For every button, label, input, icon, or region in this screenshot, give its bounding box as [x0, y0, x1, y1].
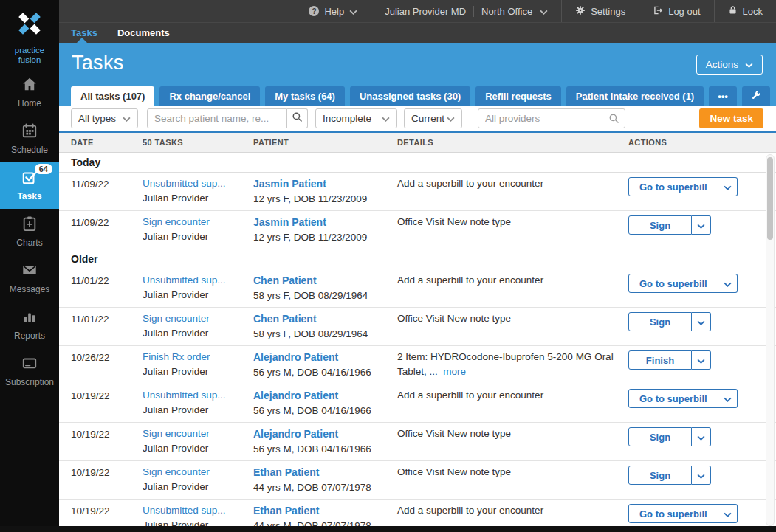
- vertical-scrollbar[interactable]: [766, 154, 775, 526]
- patient-link[interactable]: Ethan Patient: [253, 465, 319, 480]
- sidebar-item-messages[interactable]: Messages: [0, 255, 59, 302]
- patient-link[interactable]: Alejandro Patient: [253, 350, 338, 365]
- action-button-group: Sign: [628, 312, 711, 331]
- more-tabs-button[interactable]: •••: [709, 86, 737, 106]
- brand-text: practice fusion: [0, 46, 59, 65]
- sidebar-item-charts[interactable]: Charts: [0, 209, 59, 255]
- new-task-button[interactable]: New task: [699, 108, 763, 128]
- brand-logo[interactable]: practice fusion: [0, 0, 59, 69]
- action-dropdown-button[interactable]: [692, 312, 711, 331]
- logout-button[interactable]: Log out: [639, 0, 713, 22]
- filter-tab-3[interactable]: Unassigned tasks (30): [350, 86, 470, 106]
- action-button[interactable]: Go to superbill: [628, 177, 718, 196]
- task-date: 11/01/22: [71, 273, 143, 303]
- sidebar-item-subscription[interactable]: Subscription: [0, 348, 59, 395]
- filter-settings-tab[interactable]: [742, 86, 770, 106]
- status-filter-dropdown[interactable]: Incomplete: [315, 108, 397, 128]
- main-area: ? Help Julian Provider MD North Office S…: [59, 0, 776, 532]
- filter-tab-4[interactable]: Refill requests: [475, 86, 561, 106]
- actions-button[interactable]: Actions: [696, 55, 763, 75]
- filter-tab-0[interactable]: All tasks (107): [71, 86, 154, 106]
- window-bottom-edge: [0, 526, 776, 532]
- sidebar-item-label: Home: [0, 98, 59, 108]
- page-header: Tasks Actions All tasks (107)Rx change/c…: [59, 43, 776, 106]
- action-dropdown-button[interactable]: [692, 350, 711, 370]
- type-filter-dropdown[interactable]: All types: [71, 108, 138, 128]
- patient-link[interactable]: Jasmin Patient: [253, 215, 326, 229]
- task-cell: Sign encounterJulian Provider: [143, 215, 253, 245]
- task-cell: Sign encounterJulian Provider: [143, 465, 253, 495]
- details-cell: Office Visit New note type: [397, 215, 628, 245]
- task-link[interactable]: Unsubmitted sup...: [143, 273, 226, 288]
- column-header-0: DATE: [71, 138, 143, 147]
- patient-demographics: 12 yrs F, DOB 11/23/2009: [253, 230, 397, 245]
- more-link[interactable]: more: [443, 366, 466, 377]
- details-text: Office Visit New note type: [397, 216, 511, 227]
- patient-link[interactable]: Alejandro Patient: [253, 426, 338, 441]
- task-link[interactable]: Finish Rx order: [143, 350, 210, 365]
- chevron-down-icon: [697, 470, 705, 481]
- filter-tab-5[interactable]: Patient intake received (1): [566, 86, 704, 106]
- action-button[interactable]: Go to superbill: [628, 389, 718, 408]
- details-text: Add a superbill to your encounter: [397, 178, 543, 189]
- action-dropdown-button[interactable]: [718, 504, 738, 523]
- actions-cell: Sign: [628, 215, 754, 245]
- task-link[interactable]: Unsubmitted sup...: [143, 503, 226, 518]
- patient-link[interactable]: Alejandro Patient: [253, 388, 338, 403]
- help-menu[interactable]: ? Help: [295, 0, 371, 22]
- action-button-group: Go to superbill: [628, 389, 738, 408]
- action-dropdown-button[interactable]: [692, 427, 711, 446]
- period-filter-dropdown[interactable]: Current: [404, 108, 462, 128]
- lock-icon: [728, 5, 738, 17]
- action-dropdown-button[interactable]: [718, 389, 738, 408]
- table-row: 11/01/22Unsubmitted sup...Julian Provide…: [59, 269, 776, 308]
- task-link[interactable]: Sign encounter: [143, 426, 210, 441]
- action-button[interactable]: Go to superbill: [628, 274, 718, 293]
- actions-cell: Sign: [628, 426, 754, 457]
- tab-tasks[interactable]: Tasks: [71, 27, 97, 38]
- task-link[interactable]: Unsubmitted sup...: [143, 176, 226, 191]
- patient-link[interactable]: Ethan Patient: [253, 503, 319, 518]
- action-button[interactable]: Sign: [628, 312, 692, 331]
- filter-tab-2[interactable]: My tasks (64): [265, 86, 345, 106]
- tasks-icon: 64: [21, 169, 38, 185]
- task-assignee: Julian Provider: [143, 288, 253, 303]
- user-office-menu[interactable]: Julian Provider MD North Office: [371, 0, 561, 22]
- patient-link[interactable]: Chen Patient: [253, 311, 317, 326]
- action-button[interactable]: Sign: [628, 427, 692, 446]
- help-label: Help: [324, 6, 344, 17]
- patient-cell: Alejandro Patient56 yrs M, DOB 04/16/196…: [253, 426, 397, 457]
- patient-link[interactable]: Jasmin Patient: [253, 176, 326, 191]
- search-button[interactable]: [287, 108, 308, 128]
- tab-documents[interactable]: Documents: [117, 27, 170, 38]
- patient-link[interactable]: Chen Patient: [253, 273, 317, 288]
- sidebar-item-tasks[interactable]: 64Tasks: [0, 162, 59, 209]
- provider-filter-input[interactable]: [478, 108, 625, 128]
- action-button[interactable]: Sign: [628, 466, 692, 485]
- action-dropdown-button[interactable]: [692, 215, 711, 235]
- action-dropdown-button[interactable]: [718, 274, 738, 293]
- lock-button[interactable]: Lock: [714, 0, 776, 22]
- task-link[interactable]: Unsubmitted sup...: [143, 388, 226, 403]
- task-link[interactable]: Sign encounter: [143, 465, 210, 480]
- action-dropdown-button[interactable]: [718, 177, 738, 196]
- action-button[interactable]: Sign: [628, 215, 692, 235]
- filter-tab-1[interactable]: Rx change/cancel: [159, 86, 260, 106]
- action-dropdown-button[interactable]: [692, 466, 711, 485]
- action-button-group: Sign: [628, 427, 711, 446]
- task-link[interactable]: Sign encounter: [143, 311, 210, 326]
- chevron-down-icon: [382, 113, 390, 124]
- reports-icon: [21, 308, 38, 325]
- sidebar-item-home[interactable]: Home: [0, 69, 59, 116]
- task-link[interactable]: Sign encounter: [143, 215, 210, 229]
- action-button[interactable]: Finish: [628, 350, 692, 370]
- patient-search-input[interactable]: [147, 108, 287, 128]
- scrollbar-thumb[interactable]: [767, 157, 773, 240]
- sidebar-item-label: Schedule: [0, 145, 59, 155]
- settings-button[interactable]: Settings: [561, 0, 639, 22]
- patient-cell: Alejandro Patient56 yrs M, DOB 04/16/196…: [253, 388, 397, 418]
- chevron-down-icon: [697, 220, 705, 231]
- action-button[interactable]: Go to superbill: [628, 504, 718, 523]
- sidebar-item-reports[interactable]: Reports: [0, 302, 59, 348]
- sidebar-item-schedule[interactable]: Schedule: [0, 116, 59, 162]
